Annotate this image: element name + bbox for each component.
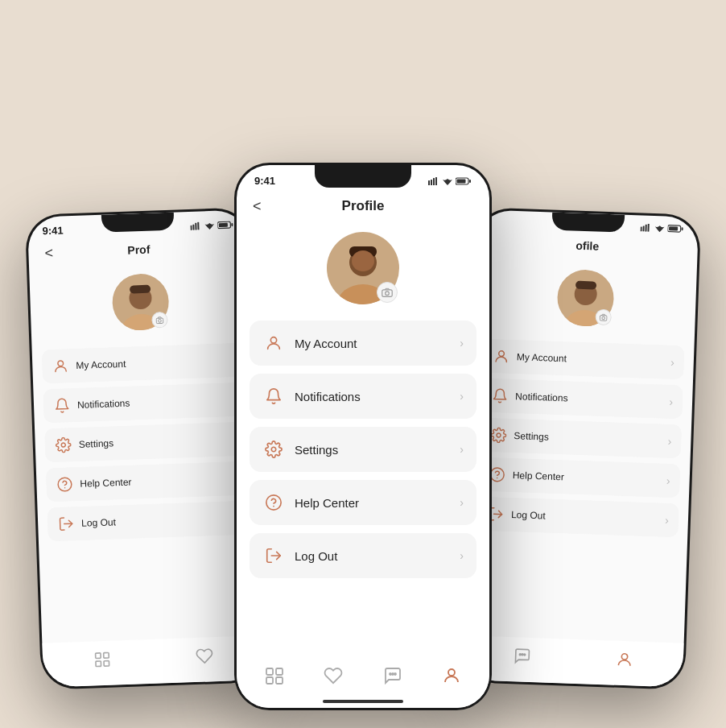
status-icons-right [640, 223, 683, 233]
bottom-nav-right [462, 635, 684, 688]
svg-rect-19 [95, 660, 101, 666]
svg-rect-47 [457, 179, 466, 183]
gear-icon-right [489, 426, 508, 445]
menu-item-notifications-left[interactable]: Notifications [43, 383, 245, 424]
phone-center: 9:41 < Profile [234, 163, 492, 710]
menu-item-help-right[interactable]: Help Center › [478, 457, 680, 498]
log-out-label-left: Log Out [81, 512, 239, 529]
chevron-right-settings: › [667, 435, 671, 448]
my-account-label-right: My Account [517, 351, 671, 368]
nav-favorites-left[interactable] [187, 641, 221, 669]
svg-rect-5 [219, 222, 228, 226]
camera-button-left[interactable] [151, 312, 168, 329]
help-center-label-left: Help Center [80, 473, 237, 490]
nav-profile[interactable] [434, 661, 469, 690]
svg-rect-30 [575, 281, 596, 290]
help-icon [262, 491, 285, 514]
chevron-notifications: › [460, 390, 464, 403]
svg-point-56 [271, 447, 276, 452]
svg-point-38 [519, 653, 521, 655]
svg-point-12 [58, 361, 64, 366]
svg-rect-21 [640, 226, 641, 231]
header-title-right: ofile [575, 239, 599, 253]
svg-point-32 [602, 316, 605, 320]
svg-point-54 [386, 292, 390, 296]
bell-icon [262, 385, 285, 407]
menu-item-notifications[interactable]: Notifications › [250, 374, 476, 419]
svg-point-40 [523, 653, 525, 655]
chevron-help: › [460, 496, 464, 509]
settings-label-left: Settings [79, 433, 237, 450]
menu-item-settings-right[interactable]: Settings › [480, 418, 682, 459]
nav-favorites[interactable] [316, 661, 351, 690]
svg-point-13 [61, 443, 65, 447]
chevron-right-help: › [666, 474, 670, 487]
header-title-center: Profile [342, 198, 385, 214]
camera-button-right[interactable] [595, 309, 612, 326]
nav-home[interactable] [257, 661, 292, 690]
nav-home-left[interactable] [85, 645, 119, 673]
menu-item-settings[interactable]: Settings › [250, 427, 476, 472]
menu-list-left: My Account Notifications Settings [32, 342, 259, 541]
avatar-wrapper-right [556, 269, 614, 327]
menu-item-my-account-left[interactable]: My Account [42, 343, 244, 384]
camera-button-center[interactable] [377, 282, 398, 303]
chevron-right-logout: › [665, 514, 669, 527]
logout-icon-left [57, 515, 76, 533]
menu-item-my-account[interactable]: My Account › [250, 321, 476, 366]
svg-rect-18 [103, 652, 109, 658]
nav-profile-right[interactable] [607, 645, 641, 673]
chevron-settings: › [460, 443, 464, 456]
nav-chat-right[interactable] [505, 641, 539, 669]
svg-rect-1 [192, 224, 194, 230]
svg-point-11 [159, 320, 162, 323]
svg-point-34 [497, 433, 501, 437]
settings-label-right: Settings [514, 430, 668, 447]
chevron-right-notif: › [669, 395, 673, 408]
menu-item-notifications-right[interactable]: Notifications › [481, 378, 683, 420]
svg-rect-48 [469, 180, 471, 183]
avatar-section-left [29, 262, 252, 350]
svg-rect-27 [682, 227, 683, 230]
notifications-label-right: Notifications [515, 391, 670, 407]
menu-item-logout-right[interactable]: Log Out › [476, 497, 679, 538]
svg-rect-2 [195, 222, 196, 230]
svg-rect-45 [435, 177, 437, 185]
help-center-label: Help Center [295, 496, 460, 510]
svg-rect-23 [645, 225, 646, 232]
svg-point-35 [490, 468, 504, 482]
my-account-label-left: My Account [76, 354, 233, 371]
bell-icon-left [53, 396, 72, 415]
bottom-nav-left [42, 635, 264, 688]
avatar-wrapper-center [327, 232, 399, 304]
menu-item-log-out[interactable]: Log Out › [250, 533, 476, 578]
back-button-left[interactable]: < [44, 244, 53, 261]
menu-item-help-center[interactable]: Help Center › [250, 480, 476, 525]
menu-item-help-left[interactable]: Help Center [46, 461, 248, 503]
help-center-label-right: Help Center [513, 469, 667, 486]
help-icon-left [56, 475, 74, 494]
svg-rect-17 [95, 652, 101, 658]
settings-label: Settings [295, 443, 460, 457]
svg-rect-63 [276, 677, 283, 684]
person-icon-right [493, 347, 511, 366]
home-indicator [323, 700, 403, 703]
log-out-label-right: Log Out [511, 509, 666, 526]
phone-left: 9:41 < Prof [25, 207, 266, 689]
menu-item-my-account-right[interactable]: My Account › [482, 339, 684, 380]
nav-messages[interactable] [375, 661, 410, 690]
time-center: 9:41 [254, 175, 275, 187]
person-icon [262, 332, 285, 354]
back-button-center[interactable]: < [253, 198, 262, 215]
svg-rect-42 [428, 180, 430, 185]
menu-item-logout-left[interactable]: Log Out [47, 501, 249, 542]
svg-rect-24 [647, 224, 649, 232]
svg-rect-31 [600, 316, 607, 321]
status-icons-center [428, 177, 472, 185]
bell-icon-right [491, 387, 509, 405]
app-header-center: < Profile [237, 192, 489, 224]
phone-center-screen: 9:41 < Profile [237, 165, 489, 708]
scene: 9:41 < Prof [33, 18, 693, 710]
svg-point-66 [394, 673, 396, 675]
menu-item-settings-left[interactable]: Settings [44, 422, 246, 463]
